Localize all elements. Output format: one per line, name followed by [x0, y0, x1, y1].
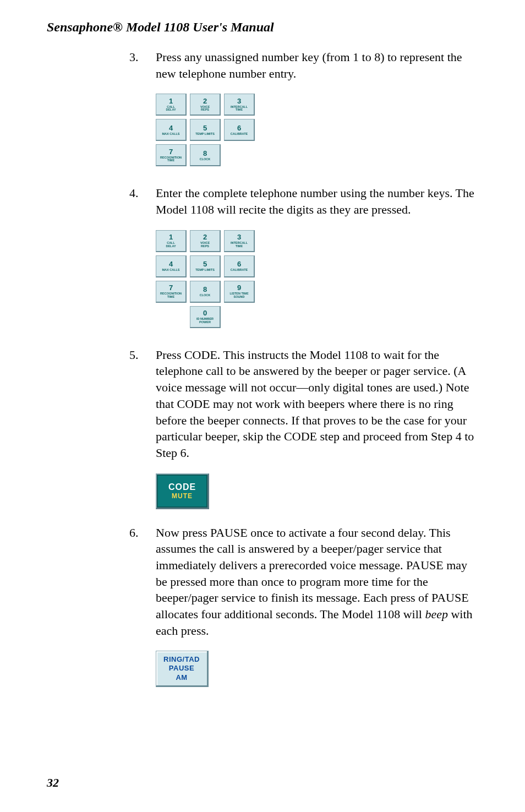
keypad-key-4b: 4MAX CALLS [156, 255, 187, 277]
code-button-figure: CODE MUTE [156, 473, 209, 509]
step-6: 6. Now press PAUSE once to activate a fo… [129, 525, 478, 639]
keypad-figure-1: 1CALL DELAY 2VOICE REPS 3INTERCALL TIME … [156, 94, 261, 170]
step-6-text-before: Now press PAUSE once to activate a four … [156, 526, 469, 621]
code-button-line1: CODE [168, 482, 196, 492]
keypad-key-1b: 1CALL DELAY [156, 230, 187, 252]
step-3-number: 3. [129, 49, 156, 81]
step-5: 5. Press CODE. This instructs the Model … [129, 347, 478, 461]
ring-tad-line3: AM [176, 673, 187, 682]
keypad-key-6: 6CALIBRATE [224, 119, 255, 141]
step-4-number: 4. [129, 185, 156, 217]
step-5-number: 5. [129, 347, 156, 461]
keypad-key-5b: 5TEMP LIMITS [190, 255, 221, 277]
keypad-key-7b: 7RECOGNITION TIME [156, 281, 187, 303]
step-6-em: beep [425, 607, 448, 621]
step-4: 4. Enter the complete telephone number u… [129, 185, 478, 217]
ring-tad-line2: PAUSE [169, 664, 194, 673]
step-3: 3. Press any unassigned number key (from… [129, 49, 478, 81]
step-4-text: Enter the complete telephone number usin… [156, 185, 478, 217]
keypad-key-8b: 8CLOCK [190, 281, 221, 303]
keypad-key-7: 7RECOGNITION TIME [156, 144, 187, 166]
keypad-key-3: 3INTERCALL TIME [224, 94, 255, 116]
running-head: Sensaphone® Model 1108 User's Manual [47, 20, 478, 35]
keypad-key-4: 4MAX CALLS [156, 119, 187, 141]
keypad-key-5: 5TEMP LIMITS [190, 119, 221, 141]
keypad-key-2: 2VOICE REPS [190, 94, 221, 116]
ring-tad-button-figure: RING/TAD PAUSE AM [156, 651, 209, 687]
step-3-text: Press any unassigned number key (from 1 … [156, 49, 478, 81]
step-6-number: 6. [129, 525, 156, 639]
step-5-text: Press CODE. This instructs the Model 110… [156, 347, 478, 461]
keypad-key-1: 1CALL DELAY [156, 94, 187, 116]
keypad-key-2b: 2VOICE REPS [190, 230, 221, 252]
page-number: 32 [47, 776, 59, 790]
keypad-figure-2: 1CALL DELAY 2VOICE REPS 3INTERCALL TIME … [156, 230, 261, 331]
keypad-key-3b: 3INTERCALL TIME [224, 230, 255, 252]
keypad-key-8: 8CLOCK [190, 144, 221, 166]
step-6-text: Now press PAUSE once to activate a four … [156, 525, 478, 639]
code-button-line2: MUTE [172, 492, 193, 500]
keypad-key-0b: 0ID NUMBER POWER [190, 306, 221, 328]
ring-tad-line1: RING/TAD [163, 655, 200, 664]
keypad-key-9b: 9LISTEN TIME SOUND [224, 281, 255, 303]
keypad-key-6b: 6CALIBRATE [224, 255, 255, 277]
